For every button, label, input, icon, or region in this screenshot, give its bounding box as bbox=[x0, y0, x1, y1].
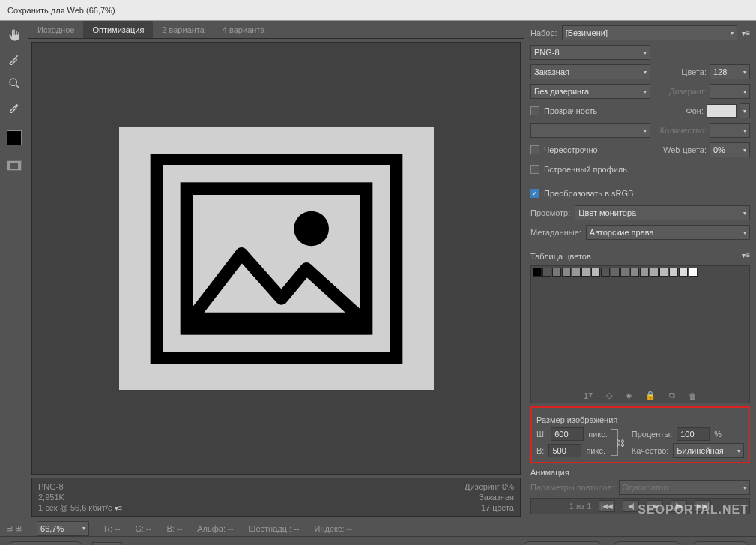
done-button[interactable]: Готово bbox=[690, 541, 750, 546]
colors-select[interactable]: 128▾ bbox=[710, 64, 750, 79]
ct-icon-1[interactable]: ◇ bbox=[606, 391, 612, 400]
color-swatch[interactable] bbox=[620, 268, 629, 277]
color-swatch[interactable] bbox=[581, 268, 590, 277]
eyedropper-tool-icon[interactable] bbox=[6, 99, 22, 115]
bottom-bar: Просмотр... ⚙ ▾ Сохранить... Сбросить Го… bbox=[0, 536, 756, 545]
status-bar: ⊟ ⊞ 66,7%▾ R: -- G: -- B: -- Альфа: -- Ш… bbox=[0, 520, 756, 536]
lock-icon[interactable]: 🔒 bbox=[645, 391, 656, 400]
tab-2up[interactable]: 2 варианта bbox=[153, 21, 214, 38]
animation-title: Анимация bbox=[530, 468, 750, 477]
image-size-section: Размер изображения Ш: пикс. В: пикс. ⛓ bbox=[530, 406, 750, 463]
percent-unit: % bbox=[714, 430, 722, 439]
preview-profile-label: Просмотр: bbox=[530, 208, 570, 217]
percent-input[interactable] bbox=[677, 427, 710, 441]
svg-point-0 bbox=[10, 79, 16, 85]
readout-index: Индекс: -- bbox=[314, 524, 351, 533]
format-select[interactable]: PNG-8▾ bbox=[530, 45, 650, 60]
tab-optimized[interactable]: Оптимизация bbox=[83, 21, 153, 38]
hand-tool-icon[interactable] bbox=[6, 27, 22, 43]
transparency-dither-select: ▾ bbox=[530, 123, 650, 138]
tab-4up[interactable]: 4 варианта bbox=[214, 21, 274, 38]
color-swatch[interactable] bbox=[630, 268, 639, 277]
zoom-tool-icon[interactable] bbox=[6, 75, 22, 91]
center-area: Исходное Оптимизация 2 варианта 4 вариан… bbox=[28, 21, 524, 520]
websnap-select[interactable]: 0%▾ bbox=[710, 142, 750, 157]
preview-image bbox=[119, 127, 434, 390]
color-swatch[interactable] bbox=[572, 268, 581, 277]
color-swatch[interactable] bbox=[542, 268, 551, 277]
matte-color-well[interactable] bbox=[707, 104, 737, 118]
preview-canvas[interactable] bbox=[31, 42, 521, 475]
color-swatch[interactable] bbox=[562, 268, 571, 277]
color-swatch[interactable] bbox=[533, 268, 542, 277]
svg-rect-2 bbox=[187, 188, 366, 328]
metadata-select[interactable]: Авторские права▾ bbox=[586, 225, 750, 240]
quality-select[interactable]: Билинейная▾ bbox=[673, 443, 744, 458]
color-table-panel[interactable]: 17 ◇ ◈ 🔒 ⧉ 🗑 bbox=[530, 265, 750, 403]
zoom-select[interactable]: 66,7%▾ bbox=[37, 521, 89, 536]
matte-select-arrow[interactable]: ▾ bbox=[740, 103, 750, 118]
placeholder-image-icon bbox=[149, 154, 404, 364]
color-swatch[interactable] bbox=[591, 268, 600, 277]
transparency-checkbox[interactable]: Прозрачность bbox=[530, 106, 597, 115]
cancel-button[interactable]: Сбросить bbox=[611, 541, 683, 546]
color-swatch[interactable] bbox=[689, 268, 698, 277]
dither-method-select[interactable]: Без дизеринга▾ bbox=[530, 84, 650, 99]
color-swatch[interactable] bbox=[650, 268, 659, 277]
color-swatch[interactable] bbox=[552, 268, 561, 277]
browser-preview-icon[interactable]: ⚙ ▾ bbox=[92, 542, 122, 546]
first-frame-button[interactable]: |◀◀ bbox=[599, 500, 615, 512]
preset-label: Набор: bbox=[530, 28, 557, 37]
height-label: В: bbox=[536, 446, 544, 455]
color-swatch[interactable] bbox=[679, 268, 688, 277]
speed-menu-icon[interactable]: ▾≡ bbox=[115, 504, 123, 512]
frame-position: 1 из 1 bbox=[569, 502, 592, 511]
save-button[interactable]: Сохранить... bbox=[521, 541, 604, 546]
slice-tool-icon[interactable] bbox=[6, 51, 22, 67]
color-swatch[interactable] bbox=[659, 268, 668, 277]
colors-label: Цвета: bbox=[681, 67, 707, 76]
preset-menu-icon[interactable]: ▾≡ bbox=[742, 29, 750, 37]
color-swatch[interactable] bbox=[601, 268, 610, 277]
color-reduction-select[interactable]: Заказная▾ bbox=[530, 64, 650, 79]
dither-label: Дизеринг: bbox=[669, 87, 707, 96]
embed-profile-checkbox[interactable]: Встроенный профиль bbox=[530, 165, 627, 174]
color-swatch[interactable] bbox=[640, 268, 649, 277]
dialog-body: Исходное Оптимизация 2 варианта 4 вариан… bbox=[0, 21, 756, 520]
info-palette: Заказная bbox=[465, 493, 514, 502]
new-color-icon[interactable]: ⧉ bbox=[669, 391, 675, 400]
prev-frame-button[interactable]: ◀| bbox=[623, 500, 639, 512]
slice-visibility-icon[interactable] bbox=[7, 160, 22, 171]
preview-button[interactable]: Просмотр... bbox=[6, 541, 85, 546]
constrain-link-icon[interactable]: ⛓ bbox=[611, 429, 618, 456]
info-color-count: 17 цвета bbox=[465, 503, 514, 512]
convert-srgb-checkbox[interactable]: ✓Преобразовать в sRGB bbox=[530, 189, 633, 198]
preset-select[interactable]: [Безимени]▾ bbox=[562, 25, 738, 40]
color-table-count: 17 bbox=[584, 391, 593, 400]
readout-hex: Шестнадц.: -- bbox=[248, 524, 299, 533]
color-table-toolbar: 17 ◇ ◈ 🔒 ⧉ 🗑 bbox=[531, 388, 749, 403]
color-swatch[interactable] bbox=[611, 268, 620, 277]
preview-profile-select[interactable]: Цвет монитора▾ bbox=[575, 205, 750, 220]
quality-label: Качество: bbox=[632, 446, 669, 455]
grid-icon[interactable]: ⊟ ⊞ bbox=[6, 523, 22, 533]
svg-point-3 bbox=[294, 211, 329, 246]
metadata-label: Метаданные: bbox=[530, 228, 581, 237]
color-table-menu-icon[interactable]: ▾≡ bbox=[742, 251, 750, 259]
loop-select: Однократно▾ bbox=[619, 480, 750, 495]
height-unit: пикс. bbox=[586, 446, 605, 455]
height-input[interactable] bbox=[548, 444, 581, 457]
foreground-color-swatch[interactable] bbox=[7, 130, 22, 145]
info-dither: Дизеринг:0% bbox=[465, 482, 514, 491]
interlaced-checkbox[interactable]: Чересстрочно bbox=[530, 145, 598, 154]
trash-icon[interactable]: 🗑 bbox=[689, 391, 697, 400]
ct-icon-2[interactable]: ◈ bbox=[626, 391, 632, 400]
preview-tabs: Исходное Оптимизация 2 варианта 4 вариан… bbox=[28, 21, 524, 39]
image-size-title: Размер изображения bbox=[536, 415, 744, 424]
amount-select: ▾ bbox=[710, 123, 750, 138]
width-input[interactable] bbox=[551, 427, 584, 441]
color-swatch[interactable] bbox=[669, 268, 678, 277]
tab-original[interactable]: Исходное bbox=[28, 21, 83, 38]
left-toolbar bbox=[0, 21, 28, 520]
percent-label: Проценты: bbox=[632, 430, 673, 439]
